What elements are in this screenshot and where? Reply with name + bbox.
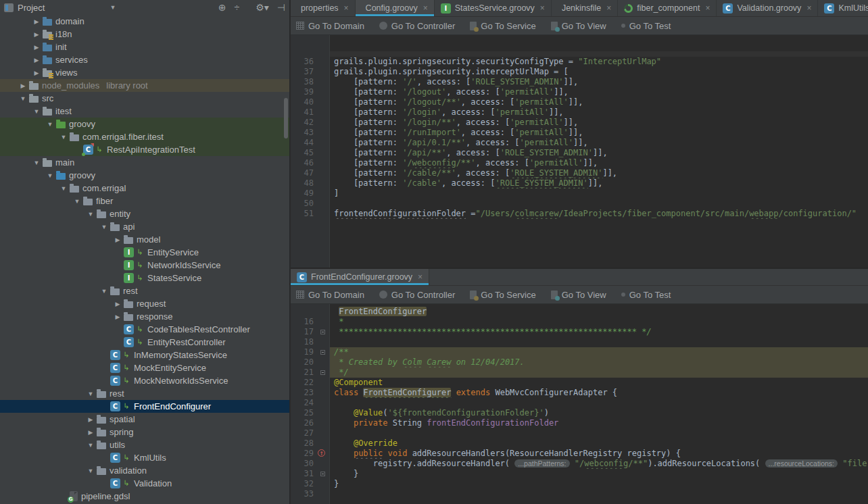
goto-button-go-to-controller[interactable]: Go To Controller xyxy=(379,21,455,31)
tree-item-views[interactable]: ▶views xyxy=(0,66,289,79)
tree-item-utils[interactable]: ▼utils xyxy=(0,438,289,451)
chevron-collapsed-icon[interactable]: ▶ xyxy=(85,416,97,423)
tree-item-model[interactable]: ▶model xyxy=(0,233,289,246)
goto-button-go-to-service[interactable]: Go To Service xyxy=(470,290,535,300)
chevron-expanded-icon[interactable]: ▼ xyxy=(57,134,70,141)
tab-jenkinsfile[interactable]: Jenkinsfile× xyxy=(552,0,618,16)
tab-close-icon[interactable]: × xyxy=(806,3,811,13)
tree-item-frontendconfigurer[interactable]: C↳FrontEndConfigurer xyxy=(0,400,289,413)
code-line[interactable]: 27 xyxy=(291,428,868,438)
code-line[interactable]: 21 */ xyxy=(291,368,868,378)
code-line[interactable]: 37grails.plugin.springsecurity.intercept… xyxy=(291,67,868,77)
tree-item-src[interactable]: ▼src xyxy=(0,92,289,105)
tree-scrollbar[interactable] xyxy=(284,98,288,138)
chevron-expanded-icon[interactable]: ▼ xyxy=(30,159,43,166)
tab-close-icon[interactable]: × xyxy=(606,3,611,13)
editor-config-groovy[interactable]: 36grails.plugin.springsecurity.securityC… xyxy=(291,35,868,268)
code-line[interactable]: 36grails.plugin.springsecurity.securityC… xyxy=(291,57,868,67)
tree-item-response[interactable]: ▶response xyxy=(0,310,289,323)
chevron-expanded-icon[interactable]: ▼ xyxy=(44,121,56,128)
tab-fiber-component[interactable]: fiber_component× xyxy=(618,0,717,16)
tree-item-node-modules[interactable]: ▶node_moduleslibrary root xyxy=(0,79,289,92)
code-line[interactable]: 47 [pattern: '/cable/**', access: ['ROLE… xyxy=(291,168,868,178)
tree-item-com-errigal[interactable]: ▼com.errigal xyxy=(0,182,289,195)
tab-close-icon[interactable]: × xyxy=(418,272,423,282)
goto-button-go-to-domain[interactable]: Go To Domain xyxy=(296,21,364,31)
code-line[interactable]: 44 [pattern: '/api/0.1/**', access: ['pe… xyxy=(291,138,868,148)
tree-item-pipeline-gdsl[interactable]: pipeline.gdsl xyxy=(0,490,289,503)
code-line-partial[interactable] xyxy=(291,51,868,57)
chevron-collapsed-icon[interactable]: ▶ xyxy=(17,82,29,89)
code-line[interactable]: 45 [pattern: '/api/**', access: ['ROLE_S… xyxy=(291,148,868,158)
tree-item-inmemorystatesservice[interactable]: C↳InMemoryStatesService xyxy=(0,349,289,361)
tree-item-services[interactable]: ▶services xyxy=(0,53,289,66)
chevron-collapsed-icon[interactable]: ▶ xyxy=(30,31,43,38)
tree-item-validation[interactable]: ▼validation xyxy=(0,464,289,477)
code-line[interactable]: 23class FrontEndConfigurer extends WebMv… xyxy=(291,388,868,398)
goto-button-go-to-domain[interactable]: Go To Domain xyxy=(296,290,364,300)
chevron-expanded-icon[interactable]: ▼ xyxy=(98,288,110,295)
goto-button-go-to-controller[interactable]: Go To Controller xyxy=(379,290,455,300)
chevron-collapsed-icon[interactable]: ▶ xyxy=(85,429,97,436)
tab-validation-groovy[interactable]: CValidation.groovy× xyxy=(717,0,818,16)
chevron-collapsed-icon[interactable]: ▶ xyxy=(30,57,43,64)
chevron-expanded-icon[interactable]: ▼ xyxy=(71,198,83,205)
tree-item-init[interactable]: ▶init xyxy=(0,41,289,53)
code-line[interactable]: 39 [pattern: '/logout', access: ['permit… xyxy=(291,87,868,97)
tab-properties[interactable]: properties× xyxy=(291,0,356,16)
chevron-collapsed-icon[interactable]: ▶ xyxy=(30,44,43,51)
tree-item-kmlutils[interactable]: C↳KmlUtils xyxy=(0,451,289,464)
chevron-collapsed-icon[interactable]: ▶ xyxy=(112,313,124,320)
tree-item-main[interactable]: ▼main xyxy=(0,156,289,169)
tab-config-groovy[interactable]: Config.groovy× xyxy=(356,0,435,16)
code-line[interactable]: 19/** xyxy=(291,347,868,357)
collapse-all-icon[interactable]: ÷ xyxy=(235,2,240,13)
code-line[interactable]: 16 * xyxy=(291,317,868,327)
tree-item-spatial[interactable]: ▶spatial xyxy=(0,413,289,426)
code-line[interactable]: 30 registry.addResourceHandler( ...pathP… xyxy=(291,459,868,469)
tab-close-icon[interactable]: × xyxy=(705,3,710,13)
code-line[interactable]: 38 [pattern: '/', access: ['ROLE_SYSTEM_… xyxy=(291,77,868,87)
chevron-expanded-icon[interactable]: ▼ xyxy=(98,224,110,230)
code-line[interactable]: 24 xyxy=(291,398,868,408)
tree-item-request[interactable]: ▶request xyxy=(0,297,289,310)
tree-item-entityrestcontroller[interactable]: C↳EntityRestController xyxy=(0,336,289,349)
code-line[interactable]: 40 [pattern: '/logout/**', access: ['per… xyxy=(291,97,868,107)
tree-item-networkidsservice[interactable]: I↳NetworkIdsService xyxy=(0,259,289,272)
code-line[interactable]: 31 } xyxy=(291,469,868,479)
tab-close-icon[interactable]: × xyxy=(344,3,349,13)
code-line[interactable]: 18 xyxy=(291,337,868,347)
tree-item-mocknetworkidsservice[interactable]: C↳MockNetworkIdsService xyxy=(0,374,289,387)
chevron-expanded-icon[interactable]: ▼ xyxy=(17,95,29,102)
code-line[interactable]: 25 @Value('${frontendConfigurationFolder… xyxy=(291,408,868,418)
tree-item-spring[interactable]: ▶spring xyxy=(0,426,289,438)
tree-item-groovy[interactable]: ▼groovy xyxy=(0,118,289,130)
chevron-down-icon[interactable]: ▼ xyxy=(110,4,116,11)
chevron-expanded-icon[interactable]: ▼ xyxy=(57,185,70,192)
code-line[interactable]: 50 xyxy=(291,199,868,209)
code-line[interactable]: 29↑ public void addResourceHandlers(Reso… xyxy=(291,449,868,459)
tree-item-api[interactable]: ▼api xyxy=(0,220,289,233)
tree-item-restapiintegrationtest[interactable]: C↳RestApiIntegrationTest xyxy=(0,143,289,156)
tree-item-rest[interactable]: ▼rest xyxy=(0,387,289,400)
code-line[interactable]: 33 xyxy=(291,489,868,499)
chevron-expanded-icon[interactable]: ▼ xyxy=(30,108,43,115)
goto-button-go-to-service[interactable]: Go To Service xyxy=(470,21,535,31)
tree-item-entityservice[interactable]: I↳EntityService xyxy=(0,246,289,259)
code-line[interactable]: 20 * Created by Colm Carew on 12/04/2017… xyxy=(291,357,868,368)
chevron-expanded-icon[interactable]: ▼ xyxy=(85,390,97,397)
override-method-icon[interactable]: ↑ xyxy=(318,449,325,457)
fold-marker-icon[interactable] xyxy=(320,330,325,334)
code-line[interactable]: FrontEndConfigurer xyxy=(291,307,868,317)
tab-frontendconfigurer-groovy[interactable]: CFrontEndConfigurer.groovy× xyxy=(291,269,429,285)
hide-panel-icon[interactable]: ⊣ xyxy=(277,2,285,13)
locate-icon[interactable]: ⊕ xyxy=(218,2,226,13)
goto-button-go-to-test[interactable]: Go To Test xyxy=(621,21,671,31)
code-line[interactable]: 49] xyxy=(291,188,868,199)
code-line[interactable]: 22@Component xyxy=(291,378,868,388)
chevron-collapsed-icon[interactable]: ▶ xyxy=(30,70,43,76)
code-line[interactable]: 42 [pattern: '/login/**', access: ['perm… xyxy=(291,118,868,128)
chevron-expanded-icon[interactable]: ▼ xyxy=(85,468,97,474)
code-line[interactable]: 28 @Override xyxy=(291,438,868,449)
goto-button-go-to-view[interactable]: Go To View xyxy=(551,290,606,300)
